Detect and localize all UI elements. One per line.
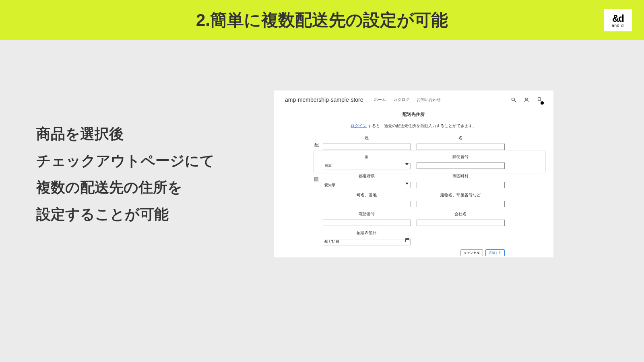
app-screenshot: amp-membership-sample-store ホーム カタログ お問い…: [274, 90, 553, 257]
svg-line-1: [514, 101, 516, 102]
nav-home[interactable]: ホーム: [374, 97, 386, 103]
input-building[interactable]: [417, 201, 505, 207]
header-icons: [511, 96, 542, 103]
store-name[interactable]: amp-membership-sample-store: [285, 97, 363, 103]
slide-title: 2.簡単に複数配送先の設定が可能: [196, 9, 448, 31]
nav-contact[interactable]: お問い合わせ: [417, 97, 441, 103]
side-cropped-checkbox: [314, 177, 318, 181]
store-header: amp-membership-sample-store ホーム カタログ お問い…: [274, 90, 553, 107]
desc-line-4: 設定することが可能: [36, 201, 262, 228]
label-phone: 電話番号: [323, 211, 411, 217]
label-desired-date: 配送希望日: [323, 230, 411, 236]
login-rest-text: すると、過去の配送先住所を自動入力することができます。: [367, 123, 477, 128]
label-prefecture: 都道府県: [323, 173, 411, 179]
form-title: 配送先住所: [323, 111, 505, 117]
login-link[interactable]: ログイン: [351, 123, 367, 128]
submit-button[interactable]: 追加する: [485, 249, 505, 256]
login-prompt: ログイン すると、過去の配送先住所を自動入力することができます。: [323, 123, 505, 129]
label-firstname: 名: [417, 135, 505, 141]
calendar-icon[interactable]: [405, 238, 409, 242]
select-country[interactable]: [323, 163, 411, 169]
label-company: 会社名: [417, 211, 505, 217]
svg-point-2: [526, 98, 528, 100]
input-street[interactable]: [323, 201, 411, 207]
account-icon[interactable]: [524, 97, 529, 103]
input-company[interactable]: [417, 220, 505, 226]
slide-content: 商品を選択後 チェックアウトページにて 複数の配送先の住所を 設定することが可能…: [0, 40, 644, 257]
description-column: 商品を選択後 チェックアウトページにて 複数の配送先の住所を 設定することが可能: [36, 64, 262, 257]
logo-mark: &d: [612, 13, 623, 24]
desc-line-1: 商品を選択後: [36, 121, 262, 148]
description-text: 商品を選択後 チェックアウトページにて 複数の配送先の住所を 設定することが可能: [36, 121, 262, 228]
side-cropped-label: 配: [314, 142, 319, 148]
address-form: 配送先住所 ログイン すると、過去の配送先住所を自動入力することができます。 姓…: [323, 111, 505, 256]
input-firstname[interactable]: [417, 144, 505, 150]
desc-line-3: 複数の配送先の住所を: [36, 174, 262, 201]
cart-badge: [541, 101, 544, 105]
form-buttons: キャンセル 追加する: [323, 249, 505, 256]
label-lastname: 姓: [323, 135, 411, 141]
cart-icon-wrap[interactable]: [537, 96, 542, 103]
select-prefecture[interactable]: [323, 182, 411, 188]
input-desired-date[interactable]: [323, 239, 411, 245]
label-building: 建物名、部屋番号など: [417, 192, 505, 198]
svg-point-0: [512, 98, 514, 101]
input-phone[interactable]: [323, 220, 411, 226]
brand-logo: &d and d: [604, 9, 632, 31]
slide-header: 2.簡単に複数配送先の設定が可能 &d and d: [0, 0, 644, 40]
search-icon[interactable]: [511, 97, 516, 103]
label-city: 市区町村: [417, 173, 505, 179]
logo-text: and d: [612, 23, 624, 28]
cancel-button[interactable]: キャンセル: [460, 249, 483, 256]
label-street: 町名、番地: [323, 192, 411, 198]
desc-line-2: チェックアウトページにて: [36, 148, 262, 175]
cart-icon: [537, 96, 542, 102]
input-lastname[interactable]: [323, 144, 411, 150]
nav-catalog[interactable]: カタログ: [393, 97, 409, 103]
input-city[interactable]: [417, 182, 505, 188]
